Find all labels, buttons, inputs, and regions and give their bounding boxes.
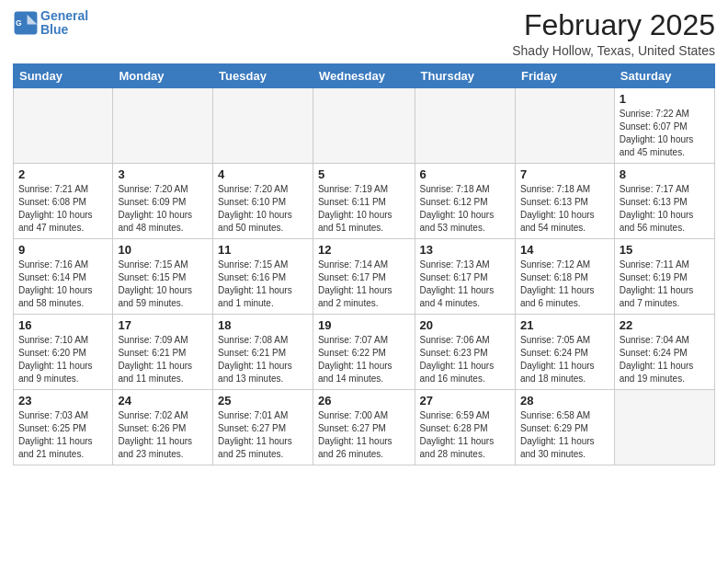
day-number: 14 (520, 243, 609, 257)
calendar-cell: 5Sunrise: 7:19 AM Sunset: 6:11 PM Daylig… (313, 164, 415, 239)
day-number: 21 (520, 318, 609, 332)
day-info: Sunrise: 7:01 AM Sunset: 6:27 PM Dayligh… (218, 409, 308, 461)
day-number: 25 (218, 394, 308, 408)
weekday-header-sunday: Sunday (14, 64, 113, 88)
calendar-cell: 1Sunrise: 7:22 AM Sunset: 6:07 PM Daylig… (614, 88, 714, 164)
day-number: 1 (620, 92, 710, 106)
day-number: 2 (18, 167, 108, 181)
week-row-5: 23Sunrise: 7:03 AM Sunset: 6:25 PM Dayli… (14, 390, 715, 465)
calendar-cell (313, 88, 415, 164)
calendar-cell: 26Sunrise: 7:00 AM Sunset: 6:27 PM Dayli… (313, 390, 415, 465)
weekday-header-saturday: Saturday (614, 64, 714, 88)
calendar-cell: 23Sunrise: 7:03 AM Sunset: 6:25 PM Dayli… (14, 390, 113, 465)
day-number: 28 (520, 394, 609, 408)
week-row-1: 1Sunrise: 7:22 AM Sunset: 6:07 PM Daylig… (14, 88, 715, 164)
day-info: Sunrise: 6:59 AM Sunset: 6:28 PM Dayligh… (420, 409, 510, 461)
day-info: Sunrise: 7:21 AM Sunset: 6:08 PM Dayligh… (18, 183, 108, 235)
calendar-cell: 10Sunrise: 7:15 AM Sunset: 6:15 PM Dayli… (113, 239, 213, 315)
day-info: Sunrise: 7:02 AM Sunset: 6:26 PM Dayligh… (118, 409, 208, 461)
day-info: Sunrise: 7:18 AM Sunset: 6:13 PM Dayligh… (520, 183, 609, 235)
calendar-cell: 18Sunrise: 7:08 AM Sunset: 6:21 PM Dayli… (213, 315, 313, 390)
calendar-cell (515, 88, 614, 164)
day-info: Sunrise: 7:15 AM Sunset: 6:16 PM Dayligh… (218, 259, 308, 310)
header: G General Blue February 2025 Shady Hollo… (13, 9, 715, 58)
calendar-cell: 11Sunrise: 7:15 AM Sunset: 6:16 PM Dayli… (213, 239, 313, 315)
calendar-cell: 22Sunrise: 7:04 AM Sunset: 6:24 PM Dayli… (614, 315, 714, 390)
calendar-cell: 7Sunrise: 7:18 AM Sunset: 6:13 PM Daylig… (515, 164, 614, 239)
day-number: 12 (318, 243, 410, 257)
calendar-cell (113, 88, 213, 164)
day-number: 10 (118, 243, 208, 257)
weekday-header-thursday: Thursday (415, 64, 515, 88)
day-number: 3 (118, 167, 208, 181)
weekday-header-row: SundayMondayTuesdayWednesdayThursdayFrid… (14, 64, 715, 88)
calendar-cell: 17Sunrise: 7:09 AM Sunset: 6:21 PM Dayli… (113, 315, 213, 390)
day-info: Sunrise: 7:18 AM Sunset: 6:12 PM Dayligh… (420, 183, 510, 235)
weekday-header-monday: Monday (113, 64, 213, 88)
day-info: Sunrise: 7:06 AM Sunset: 6:23 PM Dayligh… (420, 334, 510, 385)
week-row-2: 2Sunrise: 7:21 AM Sunset: 6:08 PM Daylig… (14, 164, 715, 239)
calendar-cell: 3Sunrise: 7:20 AM Sunset: 6:09 PM Daylig… (113, 164, 213, 239)
day-info: Sunrise: 7:05 AM Sunset: 6:24 PM Dayligh… (520, 334, 609, 385)
day-info: Sunrise: 7:08 AM Sunset: 6:21 PM Dayligh… (218, 334, 308, 385)
week-row-3: 9Sunrise: 7:16 AM Sunset: 6:14 PM Daylig… (14, 239, 715, 315)
day-info: Sunrise: 7:11 AM Sunset: 6:19 PM Dayligh… (620, 259, 710, 310)
day-number: 6 (420, 167, 510, 181)
day-number: 16 (18, 318, 108, 332)
day-number: 22 (620, 318, 710, 332)
weekday-header-friday: Friday (515, 64, 614, 88)
month-title: February 2025 (512, 9, 715, 41)
day-number: 20 (420, 318, 510, 332)
calendar-cell: 15Sunrise: 7:11 AM Sunset: 6:19 PM Dayli… (614, 239, 714, 315)
day-info: Sunrise: 7:20 AM Sunset: 6:09 PM Dayligh… (118, 183, 208, 235)
calendar-cell: 12Sunrise: 7:14 AM Sunset: 6:17 PM Dayli… (313, 239, 415, 315)
location: Shady Hollow, Texas, United States (512, 43, 715, 58)
logo-text: General Blue (40, 9, 88, 38)
calendar-cell (14, 88, 113, 164)
calendar-cell: 2Sunrise: 7:21 AM Sunset: 6:08 PM Daylig… (14, 164, 113, 239)
calendar-cell: 24Sunrise: 7:02 AM Sunset: 6:26 PM Dayli… (113, 390, 213, 465)
day-number: 9 (18, 243, 108, 257)
day-number: 18 (218, 318, 308, 332)
calendar-cell: 14Sunrise: 7:12 AM Sunset: 6:18 PM Dayli… (515, 239, 614, 315)
day-number: 17 (118, 318, 208, 332)
title-block: February 2025 Shady Hollow, Texas, Unite… (512, 9, 715, 58)
day-info: Sunrise: 7:03 AM Sunset: 6:25 PM Dayligh… (18, 409, 108, 461)
day-number: 24 (118, 394, 208, 408)
day-number: 19 (318, 318, 410, 332)
day-info: Sunrise: 7:12 AM Sunset: 6:18 PM Dayligh… (520, 259, 609, 310)
calendar-cell: 27Sunrise: 6:59 AM Sunset: 6:28 PM Dayli… (415, 390, 515, 465)
weekday-header-tuesday: Tuesday (213, 64, 313, 88)
day-number: 11 (218, 243, 308, 257)
day-info: Sunrise: 7:22 AM Sunset: 6:07 PM Dayligh… (620, 108, 710, 159)
day-info: Sunrise: 7:10 AM Sunset: 6:20 PM Dayligh… (18, 334, 108, 385)
day-info: Sunrise: 7:15 AM Sunset: 6:15 PM Dayligh… (118, 259, 208, 310)
calendar-table: SundayMondayTuesdayWednesdayThursdayFrid… (13, 63, 715, 465)
day-info: Sunrise: 7:00 AM Sunset: 6:27 PM Dayligh… (318, 409, 410, 461)
logo: G General Blue (13, 9, 88, 38)
calendar-cell: 6Sunrise: 7:18 AM Sunset: 6:12 PM Daylig… (415, 164, 515, 239)
calendar-cell: 21Sunrise: 7:05 AM Sunset: 6:24 PM Dayli… (515, 315, 614, 390)
logo-icon: G (13, 10, 39, 36)
day-info: Sunrise: 7:17 AM Sunset: 6:13 PM Dayligh… (620, 183, 710, 235)
calendar-cell (213, 88, 313, 164)
day-number: 23 (18, 394, 108, 408)
day-number: 15 (620, 243, 710, 257)
calendar-cell: 8Sunrise: 7:17 AM Sunset: 6:13 PM Daylig… (614, 164, 714, 239)
calendar-cell: 28Sunrise: 6:58 AM Sunset: 6:29 PM Dayli… (515, 390, 614, 465)
calendar-cell: 20Sunrise: 7:06 AM Sunset: 6:23 PM Dayli… (415, 315, 515, 390)
day-info: Sunrise: 7:19 AM Sunset: 6:11 PM Dayligh… (318, 183, 410, 235)
day-number: 13 (420, 243, 510, 257)
day-number: 4 (218, 167, 308, 181)
svg-text:G: G (16, 19, 22, 29)
day-info: Sunrise: 7:04 AM Sunset: 6:24 PM Dayligh… (620, 334, 710, 385)
day-info: Sunrise: 7:20 AM Sunset: 6:10 PM Dayligh… (218, 183, 308, 235)
page: G General Blue February 2025 Shady Hollo… (0, 0, 728, 563)
day-number: 27 (420, 394, 510, 408)
calendar-cell: 13Sunrise: 7:13 AM Sunset: 6:17 PM Dayli… (415, 239, 515, 315)
day-number: 26 (318, 394, 410, 408)
calendar-cell: 4Sunrise: 7:20 AM Sunset: 6:10 PM Daylig… (213, 164, 313, 239)
calendar-cell: 16Sunrise: 7:10 AM Sunset: 6:20 PM Dayli… (14, 315, 113, 390)
calendar-cell (614, 390, 714, 465)
day-number: 7 (520, 167, 609, 181)
